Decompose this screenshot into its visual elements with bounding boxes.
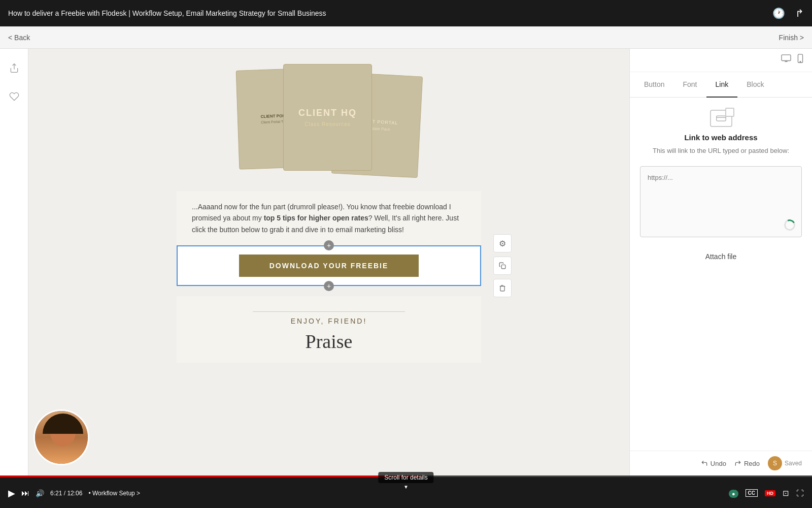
enjoy-text: ENJOY, FRIEND! [187,317,471,325]
skip-forward-button[interactable]: ⏭ [21,489,29,498]
right-panel-content: Link to web address This will link to th… [630,98,812,451]
back-button[interactable]: < Back [8,34,30,42]
settings-icon[interactable]: ⚙ [493,234,512,252]
captions-button[interactable]: CC [746,489,758,497]
tab-block[interactable]: Block [737,72,773,98]
progress-fill [0,475,422,477]
tab-font[interactable]: Font [673,72,706,98]
time-display: 6:21 / 12:06 [50,490,82,497]
share-icon[interactable]: ↱ [795,7,804,19]
saved-avatar: S [768,456,782,470]
body-highlight: top 5 tips for higher open rates [264,214,368,222]
title-icons: 🕐 ↱ [772,7,804,19]
signature: Praise [187,330,471,353]
url-input-wrapper [640,166,802,237]
avatar-person-image [35,411,88,464]
avatar [33,409,89,465]
hd-badge: HD [765,490,775,496]
chapter-label[interactable]: • Workflow Setup > [88,490,140,497]
nav-bar: < Back Finish > [0,26,812,49]
toggle-switch[interactable]: ● [729,489,738,497]
download-freebie-button[interactable]: DOWNLOAD YOUR FREEBIE [239,255,419,277]
add-block-below[interactable]: + [324,281,334,291]
finish-button[interactable]: Finish > [779,34,804,42]
svg-rect-2 [782,55,791,61]
link-description: This will link to the URL typed or paste… [640,146,802,156]
heart-icon[interactable] [5,87,23,106]
fullscreen-button[interactable]: ⛶ [796,489,804,497]
product-card-front: CLIENT HQ Class Resources [283,64,372,171]
center-content: CLIENT PORTAL Template Pack CLIENT PORTA… [28,49,629,475]
view-toggle [630,49,812,72]
scroll-hint: Scroll for details ▼ [378,472,433,490]
mobile-view-button[interactable] [797,54,804,67]
clock-icon[interactable]: 🕐 [772,7,785,19]
main-layout: CLIENT PORTAL Template Pack CLIENT PORTA… [0,49,812,475]
button-block-wrapper: + DOWNLOAD YOUR FREEBIE + ⚙ [177,245,481,286]
tab-button[interactable]: Button [635,72,673,98]
email-body-text: ...Aaaand now for the fun part (drumroll… [177,191,481,245]
right-panel: Button Font Link Block Link to web addre… [629,49,812,475]
svg-rect-7 [716,116,725,121]
link-icon-display [640,110,802,127]
video-player-controls: ▶ ⏭ 🔊 6:21 / 12:06 • Workflow Setup > Sc… [0,475,812,508]
svg-rect-1 [501,265,505,269]
button-block: DOWNLOAD YOUR FREEBIE [177,245,481,286]
tab-link[interactable]: Link [706,72,738,98]
cast-button[interactable]: ⊡ [783,489,789,498]
block-actions: ⚙ [493,234,512,297]
title-bar: How to deliver a Freebie with Flodesk | … [0,0,812,26]
volume-button[interactable]: 🔊 [36,489,44,497]
video-title: How to deliver a Freebie with Flodesk | … [8,9,772,17]
product-title: CLIENT HQ [298,108,357,118]
url-input[interactable] [648,174,794,181]
link-icon-box [710,110,732,127]
product-image-block: CLIENT PORTAL Template Pack CLIENT PORTA… [59,64,599,181]
share-icon-sidebar[interactable] [5,59,23,77]
right-tabs: Button Font Link Block [630,72,812,98]
redo-button[interactable]: Redo [734,460,760,467]
duplicate-icon[interactable] [493,257,512,275]
undo-button[interactable]: Undo [701,460,726,467]
product-images: CLIENT PORTAL Template Pack CLIENT PORTA… [238,64,420,181]
left-sidebar [0,49,28,475]
play-button[interactable]: ▶ [8,488,15,499]
bottom-controls-row: ▶ ⏭ 🔊 6:21 / 12:06 • Workflow Setup > Sc… [0,475,812,506]
enjoy-section: ENJOY, FRIEND! Praise [177,296,481,363]
saved-indicator: S Saved [768,456,802,470]
add-block-above[interactable]: + [324,240,334,250]
product-subtitle: Class Resources [298,121,357,127]
link-to-web-title: Link to web address [640,133,802,142]
undo-redo-bar: Undo Redo S Saved [630,451,812,475]
player-right-controls: ● CC HD ⊡ ⛶ [729,489,804,498]
player-left-controls: ▶ ⏭ 🔊 6:21 / 12:06 • Workflow Setup > [8,488,140,499]
loading-spinner [782,217,798,233]
delete-icon[interactable] [493,279,512,297]
desktop-view-button[interactable] [781,54,792,67]
divider [253,311,405,312]
svg-point-6 [800,61,800,62]
attach-file-button[interactable]: Attach file [640,247,802,266]
